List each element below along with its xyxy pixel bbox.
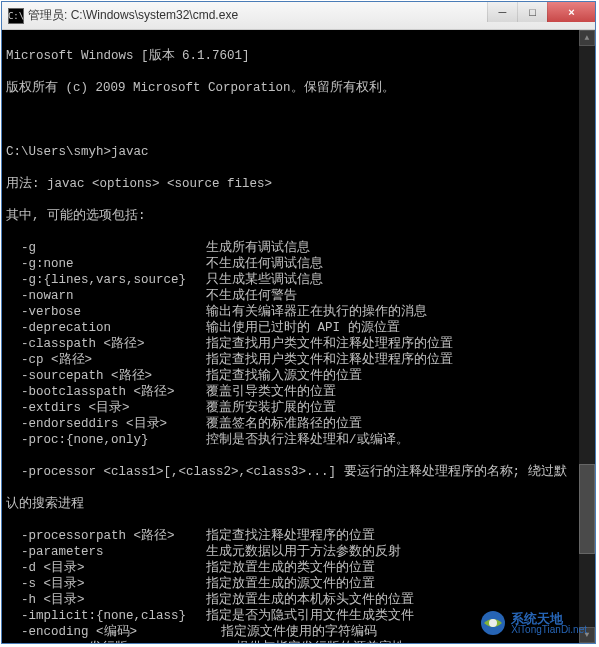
version-line: Microsoft Windows [版本 6.1.7601] [6, 48, 591, 64]
option-desc: 覆盖引导类文件的位置 [206, 384, 591, 400]
option-flag: -implicit:{none,class} [6, 608, 206, 624]
option-row: -h <目录>指定放置生成的本机标头文件的位置 [6, 592, 591, 608]
processor-line1: -processor <class1>[,<class2>,<class3>..… [6, 464, 591, 480]
prompt-command: javac [111, 145, 149, 159]
usage-sub: 其中, 可能的选项包括: [6, 208, 591, 224]
cmd-icon: C:\ [8, 8, 24, 24]
option-flag: -sourcepath <路径> [6, 368, 206, 384]
option-row: -implicit:{none,class}指定是否为隐式引用文件生成类文件 [6, 608, 591, 624]
option-desc: 指定查找用户类文件和注释处理程序的位置 [206, 336, 591, 352]
option-flag: -verbose [6, 304, 206, 320]
option-flag: -parameters [6, 544, 206, 560]
option-row: -d <目录>指定放置生成的类文件的位置 [6, 560, 591, 576]
option-flag: -processorpath <路径> [6, 528, 206, 544]
option-row: -deprecation输出使用已过时的 API 的源位置 [6, 320, 591, 336]
option-row: -parameters生成元数据以用于方法参数的反射 [6, 544, 591, 560]
option-desc: 覆盖所安装扩展的位置 [206, 400, 591, 416]
option-row: -nowarn不生成任何警告 [6, 288, 591, 304]
cmd-window: C:\ 管理员: C:\Windows\system32\cmd.exe ─ □… [1, 1, 596, 644]
option-row: -endorseddirs <目录>覆盖签名的标准路径的位置 [6, 416, 591, 432]
usage-line: 用法: javac <options> <source files> [6, 176, 591, 192]
option-row: -cp <路径>指定查找用户类文件和注释处理程序的位置 [6, 352, 591, 368]
terminal-area[interactable]: Microsoft Windows [版本 6.1.7601] 版权所有 (c)… [2, 30, 595, 643]
option-desc: 不生成任何调试信息 [206, 256, 591, 272]
scroll-down-button[interactable]: ▼ [579, 627, 595, 643]
maximize-button[interactable]: □ [517, 2, 547, 22]
scroll-up-button[interactable]: ▲ [579, 30, 595, 46]
option-desc: 生成所有调试信息 [206, 240, 591, 256]
option-flag: -proc:{none,only} [6, 432, 206, 448]
option-flag: -endorseddirs <目录> [6, 416, 206, 432]
option-flag: -encoding <编码> [6, 624, 206, 640]
option-desc: 不生成任何警告 [206, 288, 591, 304]
minimize-button[interactable]: ─ [487, 2, 517, 22]
option-flag: -nowarn [6, 288, 206, 304]
window-title: 管理员: C:\Windows\system32\cmd.exe [28, 7, 487, 24]
option-flag: -g:none [6, 256, 206, 272]
option-row: -processorpath <路径>指定查找注释处理程序的位置 [6, 528, 591, 544]
option-desc: 指定放置生成的源文件的位置 [206, 576, 591, 592]
option-desc: 指定是否为隐式引用文件生成类文件 [206, 608, 591, 624]
option-row: -source <发行版> 提供与指定发行版的源兼容性 [6, 640, 591, 643]
option-flag: -extdirs <目录> [6, 400, 206, 416]
option-flag: -d <目录> [6, 560, 206, 576]
option-desc: 指定查找注释处理程序的位置 [206, 528, 591, 544]
option-desc: 输出有关编译器正在执行的操作的消息 [206, 304, 591, 320]
option-desc: 指定查找输入源文件的位置 [206, 368, 591, 384]
option-flag: -h <目录> [6, 592, 206, 608]
option-row: -bootclasspath <路径>覆盖引导类文件的位置 [6, 384, 591, 400]
option-row: -verbose输出有关编译器正在执行的操作的消息 [6, 304, 591, 320]
option-row: -proc:{none,only}控制是否执行注释处理和/或编译。 [6, 432, 591, 448]
option-row: -extdirs <目录>覆盖所安装扩展的位置 [6, 400, 591, 416]
option-desc: 控制是否执行注释处理和/或编译。 [206, 432, 591, 448]
option-flag: -s <目录> [6, 576, 206, 592]
option-desc: 输出使用已过时的 API 的源位置 [206, 320, 591, 336]
blank-line [6, 112, 591, 128]
option-row: -g:none不生成任何调试信息 [6, 256, 591, 272]
scrollbar[interactable]: ▲ ▼ [579, 30, 595, 643]
option-desc: 提供与指定发行版的源兼容性 [206, 640, 591, 643]
copyright-line: 版权所有 (c) 2009 Microsoft Corporation。保留所有… [6, 80, 591, 96]
scroll-thumb[interactable] [579, 464, 595, 554]
option-desc: 生成元数据以用于方法参数的反射 [206, 544, 591, 560]
option-flag: -bootclasspath <路径> [6, 384, 206, 400]
option-flag: -g [6, 240, 206, 256]
close-button[interactable]: × [547, 2, 595, 22]
option-row: -encoding <编码> 指定源文件使用的字符编码 [6, 624, 591, 640]
titlebar[interactable]: C:\ 管理员: C:\Windows\system32\cmd.exe ─ □… [2, 2, 595, 30]
option-desc: 指定源文件使用的字符编码 [206, 624, 591, 640]
option-flag: -classpath <路径> [6, 336, 206, 352]
option-desc: 指定放置生成的类文件的位置 [206, 560, 591, 576]
processor-line2: 认的搜索进程 [6, 496, 591, 512]
option-desc: 只生成某些调试信息 [206, 272, 591, 288]
option-row: -g:{lines,vars,source}只生成某些调试信息 [6, 272, 591, 288]
option-desc: 指定查找用户类文件和注释处理程序的位置 [206, 352, 591, 368]
option-row: -classpath <路径>指定查找用户类文件和注释处理程序的位置 [6, 336, 591, 352]
option-flag: -g:{lines,vars,source} [6, 272, 206, 288]
option-row: -s <目录>指定放置生成的源文件的位置 [6, 576, 591, 592]
option-row: -sourcepath <路径>指定查找输入源文件的位置 [6, 368, 591, 384]
prompt-line: C:\Users\smyh>javac [6, 144, 591, 160]
scroll-track[interactable] [579, 46, 595, 627]
option-flag: -deprecation [6, 320, 206, 336]
option-desc: 指定放置生成的本机标头文件的位置 [206, 592, 591, 608]
window-controls: ─ □ × [487, 2, 595, 29]
option-flag: -cp <路径> [6, 352, 206, 368]
prompt-path: C:\Users\smyh> [6, 145, 111, 159]
option-row: -g生成所有调试信息 [6, 240, 591, 256]
option-flag: -source <发行版> [6, 640, 206, 643]
option-desc: 覆盖签名的标准路径的位置 [206, 416, 591, 432]
